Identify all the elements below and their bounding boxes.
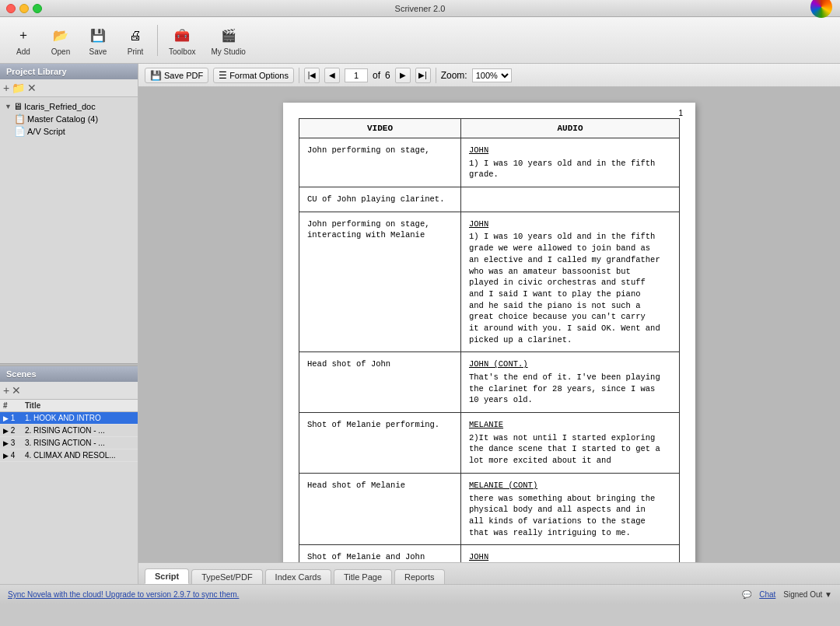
- save-pdf-button[interactable]: 💾 Save PDF: [145, 68, 208, 83]
- scene-row[interactable]: ▶ 3 3. RISING ACTION - ...: [0, 437, 138, 449]
- av-video-cell: CU of John playing clarinet.: [299, 187, 461, 212]
- mystudio-button[interactable]: My Studio: [205, 22, 251, 59]
- minimize-button[interactable]: [19, 4, 29, 13]
- add-label: Add: [16, 47, 30, 56]
- project-library-header: Project Library: [0, 64, 138, 79]
- sync-message[interactable]: Sync Novela with the cloud! Upgrade to v…: [8, 590, 239, 599]
- close-button[interactable]: [6, 4, 16, 13]
- av-row: John performing on stage, JOHN1) I was 1…: [299, 138, 680, 187]
- last-page-button[interactable]: ▶|: [415, 68, 431, 83]
- signedout-label[interactable]: Signed Out ▼: [783, 590, 832, 599]
- zoom-label: Zoom:: [441, 70, 467, 81]
- tree-catalog-label: Master Catalog (4): [27, 114, 98, 124]
- status-right: 💬 Chat Signed Out ▼: [742, 590, 832, 599]
- scenes-col-num: #: [0, 400, 22, 412]
- tree-root-item[interactable]: ▼ 🖥 Icaris_Refried_doc: [2, 100, 136, 113]
- top-right-area: [810, 0, 832, 20]
- script-toolbar-sep2: [436, 68, 436, 83]
- tab-title-page[interactable]: Title Page: [334, 569, 392, 584]
- add-icon: [12, 25, 34, 47]
- av-audio-cell: [460, 187, 679, 212]
- scene-num: ▶ 4: [0, 449, 22, 462]
- window-title: Scrivener 2.0: [395, 4, 446, 13]
- mystudio-icon: [218, 25, 240, 47]
- av-script-table: VIDEO AUDIO John performing on stage, JO…: [299, 118, 680, 562]
- chat-icon: 💬: [742, 590, 751, 599]
- av-audio-cell: JOHN1) I was 10 years old and in the fif…: [460, 212, 679, 352]
- main-layout: Project Library + 📁 ✕ ▼ 🖥 Icaris_Refried…: [0, 64, 840, 584]
- script-toolbar-sep1: [299, 68, 299, 83]
- format-options-label: Format Options: [229, 71, 289, 80]
- add-button[interactable]: Add: [6, 22, 40, 59]
- close-item-button[interactable]: ✕: [27, 82, 37, 94]
- toolbox-icon: [171, 25, 193, 47]
- print-button[interactable]: Print: [118, 22, 152, 59]
- audio-speaker: JOHN: [469, 551, 671, 562]
- open-label: Open: [51, 47, 70, 56]
- app-icon: [810, 0, 832, 18]
- open-icon: [50, 25, 72, 47]
- audio-speaker: MELANIE: [469, 419, 671, 431]
- scenes-toolbar: + ✕: [0, 382, 138, 400]
- tab-script[interactable]: Script: [145, 568, 189, 584]
- content-area: 💾 Save PDF ☰ Format Options |◀ ◀ of 6 ▶ …: [138, 64, 840, 584]
- av-video-cell: Head shot of Melanie: [299, 473, 461, 544]
- col-video: VIDEO: [299, 119, 461, 138]
- av-audio-cell: MELANIE (CONT)there was something about …: [460, 473, 679, 544]
- tab-index-cards[interactable]: Index Cards: [265, 569, 331, 584]
- av-audio-cell: JOHN3) I am not the worst clarinetistin …: [460, 545, 679, 562]
- av-video-cell: Shot of Melanie and Johnperforming.: [299, 545, 461, 562]
- scene-title: 3. RISING ACTION - ...: [22, 437, 138, 449]
- tree-avscript-item[interactable]: 📄 A/V Script: [2, 125, 136, 138]
- av-row: Shot of Melanie and Johnperforming. JOHN…: [299, 545, 680, 562]
- av-row: CU of John playing clarinet.: [299, 187, 680, 212]
- prev-page-button[interactable]: ◀: [324, 68, 340, 83]
- new-item-button[interactable]: +: [3, 82, 9, 94]
- tab-reports[interactable]: Reports: [394, 569, 445, 584]
- format-options-icon: ☰: [219, 70, 227, 81]
- zoom-select[interactable]: 100% 75% 125% 150%: [472, 68, 512, 82]
- av-row: Shot of Melanie performing. MELANIE2)It …: [299, 413, 680, 474]
- tree-expand-arrow: ▼: [5, 103, 12, 110]
- fullscreen-button[interactable]: [33, 4, 42, 13]
- col-audio: AUDIO: [460, 119, 679, 138]
- catalog-icon: 📋: [14, 114, 26, 124]
- av-audio-cell: JOHN1) I was 10 years old and in the fif…: [460, 138, 679, 187]
- scenes-header: Scenes: [0, 366, 138, 382]
- chat-link[interactable]: Chat: [759, 590, 775, 599]
- script-toolbar: 💾 Save PDF ☰ Format Options |◀ ◀ of 6 ▶ …: [138, 64, 840, 87]
- scenes-add-button[interactable]: +: [3, 384, 9, 397]
- toolbox-button[interactable]: Toolbox: [163, 22, 201, 59]
- next-page-button[interactable]: ▶: [395, 68, 411, 83]
- scene-title: 4. CLIMAX AND RESOL...: [22, 449, 138, 462]
- tab-typeset-pdf[interactable]: TypeSet/PDF: [191, 569, 262, 584]
- save-pdf-icon: 💾: [150, 70, 162, 81]
- scene-row[interactable]: ▶ 2 2. RISING ACTION - ...: [0, 425, 138, 437]
- tree-avscript-label: A/V Script: [27, 127, 65, 136]
- save-button[interactable]: Save: [81, 22, 115, 59]
- page-input[interactable]: [345, 68, 368, 82]
- format-options-button[interactable]: ☰ Format Options: [213, 68, 294, 83]
- script-icon: 📄: [14, 126, 26, 137]
- bottom-tabs: ScriptTypeSet/PDFIndex CardsTitle PageRe…: [138, 562, 840, 584]
- titlebar: Scrivener 2.0: [0, 0, 840, 17]
- tree-catalog-item[interactable]: 📋 Master Catalog (4): [2, 113, 136, 125]
- audio-speaker: JOHN: [469, 145, 671, 156]
- folder-button[interactable]: 📁: [12, 82, 25, 94]
- save-pdf-label: Save PDF: [164, 71, 203, 80]
- first-page-button[interactable]: |◀: [304, 68, 320, 83]
- document-view: 1 VIDEO AUDIO John performing on stage, …: [138, 87, 840, 562]
- scene-row[interactable]: ▶ 1 1. HOOK AND INTRO: [0, 412, 138, 425]
- av-audio-cell: MELANIE2)It was not until I started expl…: [460, 413, 679, 474]
- av-video-cell: Shot of Melanie performing.: [299, 413, 461, 474]
- scenes-close-button[interactable]: ✕: [12, 384, 21, 397]
- page-number: 1: [678, 109, 683, 117]
- mystudio-label: My Studio: [211, 47, 245, 56]
- audio-speaker: MELANIE (CONT): [469, 480, 671, 491]
- open-button[interactable]: Open: [44, 22, 78, 59]
- toolbar-separator: [157, 25, 158, 56]
- av-row: John performing on stage,interacting wit…: [299, 212, 680, 352]
- statusbar: Sync Novela with the cloud! Upgrade to v…: [0, 584, 840, 604]
- scene-row[interactable]: ▶ 4 4. CLIMAX AND RESOL...: [0, 449, 138, 462]
- print-icon: [124, 25, 146, 47]
